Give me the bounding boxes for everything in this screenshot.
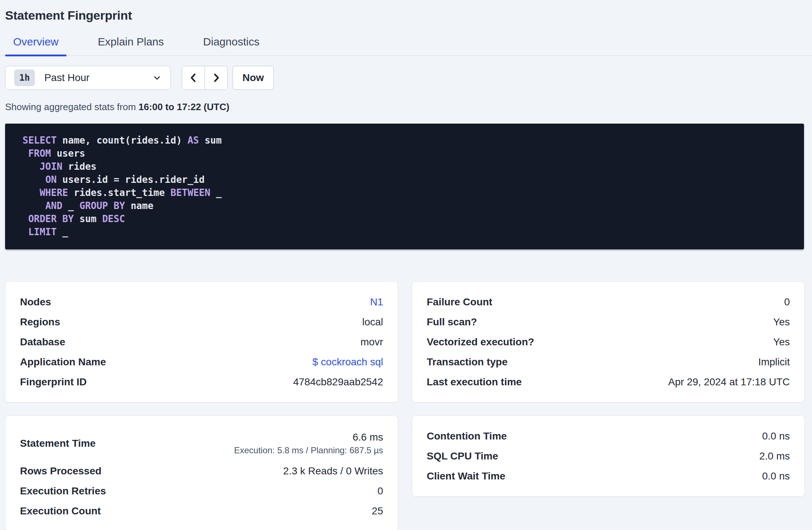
row-value-wrap: 2.3 k Reads / 0 Writes [283, 465, 383, 477]
row-label: Contention Time [427, 430, 507, 442]
stats-line-prefix: Showing aggregated stats from [5, 101, 138, 112]
sql-line: JOIN rides [23, 160, 793, 173]
chevron-left-icon [188, 72, 199, 83]
row-value-wrap: Apr 29, 2024 at 17:18 UTC [668, 376, 790, 388]
row-value-wrap: Yes [773, 316, 790, 328]
row-value-wrap: 25 [372, 505, 383, 517]
time-range-arrows [182, 66, 228, 90]
card-row: Last execution timeApr 29, 2024 at 17:18… [427, 372, 790, 392]
card-row: NodesN1 [20, 292, 383, 312]
now-button[interactable]: Now [233, 66, 274, 90]
row-label: Regions [20, 316, 60, 328]
card-row: Execution Retries0 [20, 481, 383, 501]
row-value-wrap: local [362, 316, 383, 328]
sql-line: AND _ GROUP BY name [23, 199, 793, 212]
previous-range-button[interactable] [182, 66, 205, 89]
time-range-dropdown[interactable]: 1h Past Hour [5, 66, 171, 90]
card-row: Contention Time0.0 ns [427, 426, 790, 446]
row-label: Failure Count [427, 296, 492, 308]
sql-statement-box: SELECT name, count(rides.id) AS sum FROM… [5, 124, 804, 249]
row-value-wrap: Yes [773, 336, 790, 348]
row-value-wrap: 6.6 msExecution: 5.8 ms / Planning: 687.… [234, 431, 383, 455]
aggregated-stats-line: Showing aggregated stats from 16:00 to 1… [0, 101, 812, 113]
row-label: Application Name [20, 356, 106, 368]
row-value: movr [361, 336, 383, 348]
sql-line: ORDER BY sum DESC [23, 212, 793, 225]
stats-line-range: 16:00 to 17:22 (UTC) [138, 101, 229, 112]
tab-diagnostics[interactable]: Diagnostics [195, 36, 268, 55]
sql-line: FROM users [23, 147, 793, 160]
card-row: Vectorized execution?Yes [427, 332, 790, 352]
card-row: Rows Processed2.3 k Reads / 0 Writes [20, 461, 383, 481]
row-value: Apr 29, 2024 at 17:18 UTC [668, 376, 790, 388]
row-value-wrap: 0.0 ns [762, 430, 790, 442]
card-row: Client Wait Time0.0 ns [427, 466, 790, 486]
card-row: SQL CPU Time2.0 ms [427, 446, 790, 466]
card-row: Execution Count25 [20, 501, 383, 521]
row-value-wrap: 0 [377, 485, 383, 497]
tabbar: OverviewExplain PlansDiagnostics [0, 36, 812, 56]
row-label: SQL CPU Time [427, 450, 498, 462]
time-range-badge: 1h [14, 69, 35, 86]
row-value: Yes [773, 336, 790, 348]
sql-line: ON users.id = rides.rider_id [23, 173, 793, 186]
row-label: Last execution time [427, 376, 522, 388]
row-label: Full scan? [427, 316, 477, 328]
row-label: Vectorized execution? [427, 336, 534, 348]
tab-explain-plans[interactable]: Explain Plans [90, 36, 172, 55]
summary-cards: NodesN1RegionslocalDatabasemovrApplicati… [5, 281, 805, 530]
row-label: Client Wait Time [427, 470, 505, 482]
row-label: Rows Processed [20, 465, 101, 477]
row-value-wrap: N1 [370, 296, 383, 308]
row-value: Implicit [758, 356, 790, 368]
card-row: Fingerprint ID4784cb829aab2542 [20, 372, 383, 392]
card-row: Failure Count0 [427, 292, 790, 312]
row-label: Transaction type [427, 356, 508, 368]
row-value-wrap: Implicit [758, 356, 790, 368]
row-label: Execution Count [20, 505, 101, 517]
row-value-wrap: 4784cb829aab2542 [293, 376, 383, 388]
sql-line: SELECT name, count(rides.id) AS sum [23, 134, 793, 147]
card-row: Full scan?Yes [427, 312, 790, 332]
statement-time-card: Statement Time6.6 msExecution: 5.8 ms / … [5, 415, 398, 530]
next-range-button[interactable] [205, 66, 227, 89]
row-value: 0 [784, 296, 790, 308]
row-label: Execution Retries [20, 485, 106, 497]
row-value-wrap: $ cockroach sql [312, 356, 383, 368]
row-label: Fingerprint ID [20, 376, 87, 388]
row-value-link[interactable]: $ cockroach sql [312, 356, 383, 368]
row-value-subtext: Execution: 5.8 ms / Planning: 687.5 µs [234, 445, 383, 455]
card-row: Regionslocal [20, 312, 383, 332]
row-value: local [362, 316, 383, 328]
row-value: 2.3 k Reads / 0 Writes [283, 465, 383, 477]
row-value-wrap: 0.0 ns [762, 470, 790, 482]
row-label: Database [20, 336, 65, 348]
row-value: 0.0 ns [762, 430, 790, 442]
row-label: Statement Time [20, 438, 96, 449]
statement-details-card: NodesN1RegionslocalDatabasemovrApplicati… [5, 281, 398, 402]
row-value: 4784cb829aab2542 [293, 376, 383, 388]
sql-line: WHERE rides.start_time BETWEEN _ [23, 186, 793, 199]
row-label: Nodes [20, 296, 51, 308]
chevron-down-icon [152, 73, 162, 83]
row-value-wrap: movr [361, 336, 383, 348]
row-value-wrap: 2.0 ms [759, 450, 790, 462]
row-value: 0 [377, 485, 383, 497]
page-title: Statement Fingerprint [5, 7, 805, 23]
time-controls: 1h Past Hour Now [0, 66, 812, 90]
sql-line: LIMIT _ [23, 225, 793, 238]
sql-code: SELECT name, count(rides.id) AS sum FROM… [23, 134, 793, 238]
card-row: Application Name$ cockroach sql [20, 352, 383, 372]
row-value-link[interactable]: N1 [370, 296, 383, 308]
time-range-label: Past Hour [44, 72, 90, 84]
card-row: Databasemovr [20, 332, 383, 352]
tab-overview[interactable]: Overview [5, 36, 67, 55]
execution-attributes-card: Failure Count0Full scan?YesVectorized ex… [412, 281, 805, 402]
row-value: 0.0 ns [762, 470, 790, 482]
row-value: 25 [372, 505, 383, 517]
row-value: Yes [773, 316, 790, 328]
chevron-right-icon [211, 72, 222, 83]
row-value: 6.6 ms [234, 431, 383, 443]
card-row: Statement Time6.6 msExecution: 5.8 ms / … [20, 426, 383, 461]
row-value-wrap: 0 [784, 296, 790, 308]
